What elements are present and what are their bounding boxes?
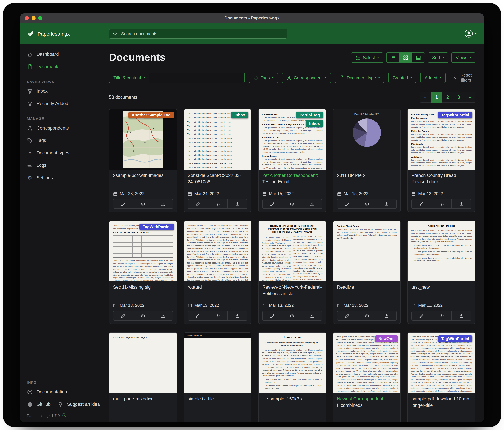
document-card[interactable]: Lorem ipsum dolor sit amet, consectetur … [109, 221, 177, 324]
tag-badge[interactable]: TagWithPartial [438, 112, 472, 119]
tag-badge[interactable]: TagWithPartial [438, 335, 472, 342]
edit-button[interactable] [262, 199, 282, 209]
preview-button[interactable] [282, 199, 302, 209]
edit-button[interactable] [337, 311, 357, 321]
document-title[interactable]: ReadMe [337, 284, 397, 297]
document-card[interactable]: This is a test file. simple txt file [184, 332, 252, 422]
document-title[interactable]: Sec 11-Missing sig [113, 284, 173, 297]
tag-badge[interactable]: Inbox [306, 120, 323, 127]
pagination-page-2[interactable]: 2 [442, 92, 453, 103]
preview-button[interactable] [133, 311, 153, 321]
brand[interactable]: Paperless-ngx [20, 29, 109, 37]
document-thumbnail[interactable]: French Country BreadFor the Leaven:Lorem… [408, 109, 475, 169]
document-title[interactable]: sample-pdf-download-10-mb-longer-title [412, 396, 471, 409]
document-card[interactable]: Patient BP Distribution 2011 2011 BP Pie… [333, 109, 401, 212]
document-thumbnail[interactable]: Lorem ipsum dolor sit amet, consectetur … [408, 333, 475, 393]
document-thumbnail[interactable]: Lorem ipsumLorem ipsum dolor sit amet, c… [259, 333, 326, 393]
user-menu-button[interactable]: ▾ [465, 29, 477, 38]
preview-button[interactable] [207, 311, 228, 321]
download-button[interactable] [377, 199, 397, 209]
detail-view-button[interactable] [412, 52, 425, 63]
document-thumbnail[interactable]: Patient BP Distribution 2011 [333, 109, 401, 169]
document-title[interactable]: French Country Bread Revised.docx [412, 173, 471, 185]
document-card[interactable]: Lorem ipsumLorem ipsum dolor sit amet, c… [258, 332, 326, 422]
document-thumbnail[interactable]: This is a test for the double space char… [184, 109, 251, 169]
filter-text-input[interactable] [149, 72, 245, 83]
pagination-next[interactable]: » [464, 92, 476, 103]
download-button[interactable] [153, 199, 173, 209]
sidebar-item-documents[interactable]: Documents [20, 60, 101, 73]
list-view-button[interactable] [386, 52, 399, 63]
zoom-window-button[interactable] [38, 16, 42, 20]
document-title[interactable]: 2sample-pdf-with-images [113, 173, 173, 185]
download-button[interactable] [302, 311, 322, 321]
preview-button[interactable] [282, 311, 302, 321]
sort-button[interactable]: Sort ▾ [428, 52, 448, 63]
download-button[interactable] [227, 311, 247, 321]
preview-button[interactable] [207, 199, 228, 209]
document-type-filter-button[interactable]: Document type ▾ [335, 72, 384, 83]
preview-button[interactable] [133, 199, 153, 209]
download-button[interactable] [227, 199, 247, 209]
download-button[interactable] [302, 199, 322, 209]
edit-button[interactable] [188, 199, 208, 209]
document-thumbnail[interactable]: This is the text that appears on the fir… [184, 221, 251, 281]
document-title[interactable]: Yet Another Correspondent: Testing Email [262, 173, 322, 185]
document-card[interactable]: This is the text that appears on the fir… [184, 221, 252, 324]
document-title[interactable]: Newest Correspondent: f_combineds [337, 396, 397, 409]
tags-filter-button[interactable]: Tags ▾ [249, 72, 278, 83]
document-title[interactable]: Review-of-New-York-Federal-Petitions-art… [262, 284, 322, 297]
pagination-page-3[interactable]: 3 [453, 92, 464, 103]
tag-badge[interactable]: Another Sample Tag [128, 112, 174, 119]
document-card[interactable]: Review of New York Federal Petitions for… [258, 221, 326, 324]
preview-button[interactable] [357, 311, 377, 321]
document-thumbnail[interactable]: Lorem ipsum dolor sit amet, consectetur … [109, 221, 177, 281]
edit-button[interactable] [113, 199, 133, 209]
edit-button[interactable] [412, 199, 432, 209]
document-card[interactable]: Lorem ipsum dolor sit amet, consectetur … [333, 332, 401, 422]
sidebar-item-dashboard[interactable]: Dashboard [20, 48, 101, 60]
pagination-prev[interactable]: « [420, 92, 431, 103]
download-button[interactable] [377, 311, 397, 321]
document-card[interactable]: Another Sample Tag 2sample-pdf-with-imag… [109, 109, 177, 212]
sidebar-item-suggest-idea[interactable]: Suggest an idea [51, 398, 100, 411]
created-filter-button[interactable]: Created ▾ [388, 72, 416, 83]
search-input[interactable] [120, 31, 284, 37]
download-button[interactable] [451, 311, 471, 321]
document-title[interactable]: multi-page-mixedxx [113, 396, 173, 409]
sidebar-item-documentation[interactable]: Documentation [20, 386, 101, 398]
document-card[interactable]: Lorem ipsum dolor sit amet, consectetur … [408, 332, 476, 422]
sidebar-item-recently-added[interactable]: Recently Added [20, 97, 101, 110]
document-thumbnail[interactable]: Release NotesLorem ipsum dolor sit amet,… [259, 109, 326, 169]
edit-button[interactable] [188, 311, 208, 321]
document-thumbnail[interactable]: Lorem ipsum dolor sit amet, consectetur … [333, 333, 401, 393]
sidebar-item-inbox[interactable]: Inbox [20, 85, 101, 97]
added-filter-button[interactable]: Added ▾ [420, 72, 445, 83]
sidebar-item-tags[interactable]: Tags [20, 134, 101, 147]
document-title[interactable]: rotated [188, 284, 247, 297]
document-correspondent[interactable]: Yet Another Correspondent: [262, 173, 318, 178]
document-title[interactable]: 2011 BP Pie 2 [337, 173, 397, 185]
document-card[interactable]: Release NotesLorem ipsum dolor sit amet,… [258, 109, 326, 212]
info-icon[interactable]: ⓘ [62, 412, 66, 418]
sidebar-item-github[interactable]: GitHub [20, 398, 51, 411]
grid-view-button[interactable] [399, 52, 412, 63]
views-button[interactable]: Views ▾ [451, 52, 476, 63]
document-card[interactable]: French Country BreadFor the Leaven:Lorem… [408, 109, 476, 212]
reset-filters-button[interactable]: ✕ Reset filters [451, 72, 476, 83]
minimize-window-button[interactable] [32, 16, 36, 20]
preview-button[interactable] [357, 199, 377, 209]
download-button[interactable] [153, 311, 173, 321]
document-card[interactable]: Adobe Acrobat PDF FilesLorem ipsum dolor… [408, 221, 476, 324]
document-thumbnail[interactable]: Adobe Acrobat PDF FilesLorem ipsum dolor… [408, 221, 475, 281]
sidebar-item-settings[interactable]: ⚙ Settings [20, 171, 101, 184]
tag-badge[interactable]: Inbox [231, 112, 249, 119]
document-title[interactable]: Sonstige ScanPC2022 03-24_081058 [188, 173, 247, 185]
sidebar-item-logs[interactable]: Logs [20, 159, 101, 171]
document-correspondent[interactable]: Newest Correspondent: [337, 396, 385, 402]
document-card[interactable]: This is a multi page document. Page 1. m… [109, 332, 177, 422]
document-thumbnail[interactable]: Contact Sheet DemoLorem ipsum dolor sit … [333, 221, 401, 281]
tag-badge[interactable]: Partial Tag [296, 112, 323, 119]
edit-button[interactable] [113, 311, 133, 321]
edit-button[interactable] [337, 199, 357, 209]
